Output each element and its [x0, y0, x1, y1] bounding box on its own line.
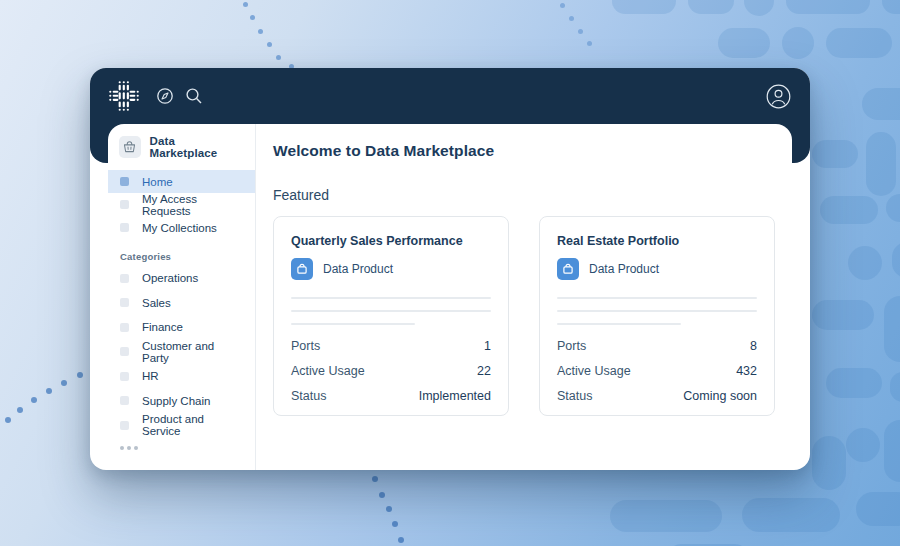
marketplace-basket-icon — [119, 136, 141, 158]
background-dot — [379, 492, 385, 498]
background-dot — [5, 417, 11, 423]
square-bullet-icon — [120, 323, 129, 332]
compass-icon[interactable] — [156, 87, 174, 105]
sidebar-item-supply-chain[interactable]: Supply Chain — [108, 389, 255, 414]
app-logo-icon[interactable] — [109, 81, 139, 111]
featured-heading: Featured — [273, 187, 775, 203]
background-pattern-pill — [812, 436, 846, 490]
sidebar-item-my-collections[interactable]: My Collections — [108, 216, 255, 239]
background-pattern-pill — [742, 498, 840, 532]
sidebar-title: Data Marketplace — [150, 135, 244, 159]
background-pattern-pill — [846, 428, 880, 462]
card-title: Real Estate Portfolio — [557, 234, 757, 248]
category-label: Sales — [142, 297, 171, 309]
square-bullet-icon — [120, 200, 129, 209]
ellipsis-icon — [120, 446, 124, 450]
description-placeholder-lines — [291, 297, 491, 325]
background-pattern-pill — [884, 296, 900, 362]
sidebar-item-operations[interactable]: Operations — [108, 266, 255, 291]
background-dot — [398, 537, 404, 543]
card-title: Quarterly Sales Performance — [291, 234, 491, 248]
background-pattern-pill — [892, 242, 900, 278]
sidebar-nav: Home My Access Requests My Collections — [108, 170, 255, 239]
card-type-label: Data Product — [589, 262, 659, 276]
page-title: Welcome to Data Marketplace — [273, 142, 775, 160]
square-bullet-icon — [120, 372, 129, 381]
category-label: Customer and Party — [142, 340, 243, 364]
stat-row-active-usage: Active Usage 432 — [557, 364, 757, 377]
background-dot — [61, 380, 67, 386]
background-dot — [258, 29, 263, 34]
background-dot — [386, 506, 392, 512]
sidebar-item-hr[interactable]: HR — [108, 364, 255, 389]
stat-row-ports: Ports 8 — [557, 339, 757, 352]
background-pattern-pill — [882, 0, 900, 14]
sidebar-item-finance[interactable]: Finance — [108, 315, 255, 340]
category-label: Finance — [142, 321, 183, 333]
sidebar-item-customer-and-party[interactable]: Customer and Party — [108, 340, 255, 365]
background-pattern-pill — [820, 196, 878, 224]
background-pattern-pill — [612, 0, 676, 14]
square-bullet-icon — [120, 298, 129, 307]
sidebar-item-label: My Access Requests — [142, 193, 243, 217]
featured-card-real-estate[interactable]: Real Estate Portfolio Data Product — [539, 216, 775, 416]
background-pattern-pill — [848, 246, 882, 280]
data-product-bag-icon — [291, 258, 313, 280]
category-label: Operations — [142, 272, 198, 284]
sidebar-item-home[interactable]: Home — [108, 170, 255, 193]
stat-row-active-usage: Active Usage 22 — [291, 364, 491, 377]
app-window: Data Marketplace Home My Access Requests… — [90, 68, 810, 470]
background-dot — [276, 55, 281, 60]
background-dot — [17, 407, 23, 413]
card-stats: Ports 8 Active Usage 432 Status Coming s… — [557, 339, 757, 402]
background-dot — [77, 372, 83, 378]
stat-row-ports: Ports 1 — [291, 339, 491, 352]
more-categories-button[interactable] — [108, 438, 255, 458]
user-avatar-icon[interactable] — [766, 84, 791, 109]
content-panel: Data Marketplace Home My Access Requests… — [108, 124, 792, 470]
square-bullet-icon — [120, 223, 129, 232]
background-dot — [31, 397, 37, 403]
background-dot — [392, 521, 398, 527]
background-dot — [267, 42, 272, 47]
background-dot — [243, 2, 248, 7]
background-pattern-pill — [890, 372, 900, 402]
category-label: Product and Service — [142, 413, 243, 437]
sidebar-item-my-access-requests[interactable]: My Access Requests — [108, 193, 255, 216]
search-icon[interactable] — [185, 87, 203, 105]
square-bullet-icon — [120, 347, 129, 356]
background-pattern-pill — [610, 500, 722, 532]
stat-row-status: Status Coming soon — [557, 389, 757, 402]
background-pattern-pill — [856, 492, 900, 526]
square-bullet-icon — [120, 177, 129, 186]
background-dot — [587, 41, 592, 46]
sidebar-item-product-and-service[interactable]: Product and Service — [108, 413, 255, 438]
square-bullet-icon — [120, 396, 129, 405]
card-type-badge: Data Product — [557, 258, 757, 280]
square-bullet-icon — [120, 274, 129, 283]
background-pattern-pill — [786, 0, 870, 14]
background-dot — [578, 29, 583, 34]
desktop: { "app": { "window_title": "Data Marketp… — [0, 0, 900, 546]
category-list: Operations Sales Finance Customer and Pa… — [108, 266, 255, 438]
card-stats: Ports 1 Active Usage 22 Status Implement… — [291, 339, 491, 402]
sidebar-item-label: Home — [142, 176, 173, 188]
background-pattern-pill — [688, 0, 734, 14]
background-pattern-pill — [826, 28, 892, 58]
main-content: Welcome to Data Marketplace Featured Qua… — [256, 124, 792, 470]
sidebar-item-label: My Collections — [142, 222, 217, 234]
sidebar-item-sales[interactable]: Sales — [108, 291, 255, 316]
background-pattern-pill — [744, 0, 774, 16]
background-pattern-pill — [812, 140, 858, 168]
category-label: Supply Chain — [142, 395, 210, 407]
featured-card-quarterly-sales[interactable]: Quarterly Sales Performance Data Product — [273, 216, 509, 416]
background-pattern-pill — [886, 194, 900, 222]
background-dot — [372, 476, 378, 482]
background-pattern-pill — [812, 300, 874, 330]
background-dot — [46, 388, 52, 394]
category-label: HR — [142, 370, 159, 382]
background-pattern-pill — [718, 28, 770, 58]
background-pattern-pill — [782, 27, 814, 59]
background-dot — [560, 3, 565, 8]
background-dot — [569, 16, 574, 21]
